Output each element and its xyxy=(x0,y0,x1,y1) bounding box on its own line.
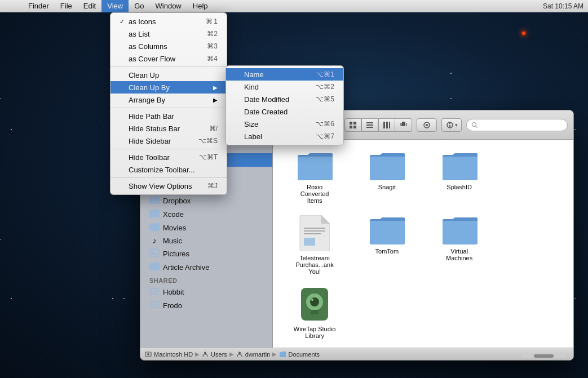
sidebar-label-music: Music xyxy=(163,237,182,245)
virtual-machines-folder-icon xyxy=(441,215,478,246)
sidebar-item-music[interactable]: ♪ Music xyxy=(140,234,272,247)
search-input[interactable] xyxy=(466,119,568,131)
submenu-item-label[interactable]: Label ⌥⌘7 xyxy=(226,130,343,143)
sidebar-label-movies: Movies xyxy=(163,224,186,232)
submenu-item-size[interactable]: Size ⌥⌘6 xyxy=(226,118,343,130)
path-item-users[interactable]: Users xyxy=(202,351,227,358)
splashid-folder-icon xyxy=(441,151,478,181)
sidebar-item-frodo[interactable]: Frodo xyxy=(140,299,272,312)
menubar-edit[interactable]: Edit xyxy=(78,0,101,12)
file-icon-virtual-machines[interactable]: Virtual Machines xyxy=(429,215,490,275)
telestream-doc-icon xyxy=(299,215,330,251)
sidebar-item-movies[interactable]: Movies xyxy=(140,221,272,234)
submenu-item-name[interactable]: Name ⌥⌘1 xyxy=(226,68,343,81)
file-icon-snagit[interactable]: Snagit xyxy=(356,151,417,204)
svg-rect-32 xyxy=(311,310,319,314)
menubar-finder[interactable]: Finder xyxy=(23,0,55,12)
menu-label-arrange-by: Arrange By xyxy=(129,96,165,104)
article-archive-icon xyxy=(149,262,160,272)
menu-item-show-view-options[interactable]: Show View Options ⌘J xyxy=(110,180,227,192)
finder-statusbar: 22 items, 743.74 GB available xyxy=(140,360,573,361)
splashid-label: SplashID xyxy=(446,184,472,190)
sidebar-label-pictures: Pictures xyxy=(163,250,189,258)
menu-label-hide-status-bar: Hide Status Bar xyxy=(129,124,180,133)
svg-rect-26 xyxy=(304,228,325,229)
sidebar-label-hobbit: Hobbit xyxy=(163,288,184,296)
svg-rect-22 xyxy=(150,249,159,256)
menu-item-customize-toolbar[interactable]: Customize Toolbar... xyxy=(110,163,227,176)
svg-point-37 xyxy=(204,352,206,354)
cmd-symbol: ⌘ xyxy=(206,17,213,25)
menu-label-as-list: as List xyxy=(129,30,150,38)
view-icons-button[interactable] xyxy=(344,118,361,132)
quick-look-button[interactable] xyxy=(417,118,437,132)
submenu-item-date-modified[interactable]: Date Modified ⌥⌘5 xyxy=(226,93,343,105)
menu-item-as-list[interactable]: as List ⌘2 xyxy=(110,28,227,40)
hobbit-icon xyxy=(149,287,160,297)
menu-label-as-columns: as Columns xyxy=(129,42,167,51)
svg-rect-25 xyxy=(151,302,158,308)
menu-item-hide-toolbar[interactable]: Hide Toolbar ⌥⌘T xyxy=(110,151,227,163)
xcode-folder-icon xyxy=(149,209,160,219)
action-button[interactable]: ▾ xyxy=(441,118,462,132)
menu-item-arrange-by[interactable]: Arrange By ▶ xyxy=(110,94,227,106)
view-columns-button[interactable] xyxy=(378,118,395,132)
sidebar-item-pictures[interactable]: Pictures xyxy=(140,247,272,260)
separator-3 xyxy=(110,149,227,149)
path-item-hd[interactable]: Macintosh HD xyxy=(145,351,193,358)
menu-item-as-icons[interactable]: ✓ as Icons ⌘1 xyxy=(110,15,227,28)
sidebar-item-hobbit[interactable]: Hobbit xyxy=(140,285,272,299)
svg-point-34 xyxy=(311,299,313,301)
menubar-window[interactable]: Window xyxy=(150,0,187,12)
finder-pathbar: Macintosh HD ▶ Users ▶ dwmartin ▶ Docume… xyxy=(140,348,573,360)
sidebar-item-dropbox[interactable]: Dropbox xyxy=(140,194,272,207)
submenu-item-date-created[interactable]: Date Created xyxy=(226,105,343,118)
menu-label-hide-path-bar: Hide Path Bar xyxy=(129,112,174,121)
path-item-user[interactable]: dwmartin xyxy=(236,351,271,358)
snagit-folder-icon xyxy=(369,151,405,181)
menu-item-clean-up-by[interactable]: Clean Up By ▶ xyxy=(110,81,227,94)
submenu-label-label: Label xyxy=(244,132,262,141)
view-menu-dropdown: ✓ as Icons ⌘1 as List ⌘2 as Columns ⌘3 a… xyxy=(110,12,227,195)
file-icon-splashid[interactable]: SplashID xyxy=(429,151,490,204)
submenu-label-date-modified: Date Modified xyxy=(244,95,289,104)
path-item-documents[interactable]: Documents xyxy=(279,351,320,358)
menu-label-show-view-options: Show View Options xyxy=(129,182,192,190)
menu-item-as-columns[interactable]: as Columns ⌘3 xyxy=(110,40,227,52)
path-sep-3: ▶ xyxy=(272,351,277,357)
file-icon-roxio[interactable]: Roxio Converted Items xyxy=(284,151,345,204)
svg-rect-3 xyxy=(353,126,356,128)
menubar-help[interactable]: Help xyxy=(187,0,214,12)
path-sep-2: ▶ xyxy=(229,351,234,357)
submenu-item-kind[interactable]: Kind ⌥⌘2 xyxy=(226,81,343,93)
shortcut-as-list: ⌘2 xyxy=(207,30,218,38)
sidebar-item-article-archive[interactable]: Article Archive xyxy=(140,260,272,274)
shortcut-date-modified: ⌥⌘5 xyxy=(316,95,334,103)
sidebar-item-xcode[interactable]: Xcode xyxy=(140,207,272,221)
svg-point-18 xyxy=(472,122,476,126)
sidebar-label-frodo: Frodo xyxy=(163,301,182,310)
svg-rect-8 xyxy=(386,122,388,128)
svg-rect-16 xyxy=(449,123,450,124)
file-icon-wiretap[interactable]: WireTap Studio Library xyxy=(284,286,345,339)
menubar-file[interactable]: File xyxy=(55,0,78,12)
menubar-go[interactable]: Go xyxy=(129,0,149,12)
check-icon: ✓ xyxy=(120,18,129,25)
menu-item-hide-path-bar[interactable]: Hide Path Bar xyxy=(110,110,227,122)
svg-rect-12 xyxy=(406,123,407,126)
file-icon-tomtom[interactable]: TomTom xyxy=(356,215,417,275)
menu-item-hide-sidebar[interactable]: Hide Sidebar ⌥⌘S xyxy=(110,135,227,147)
svg-point-33 xyxy=(310,297,319,306)
tomtom-label: TomTom xyxy=(375,248,399,255)
menu-item-hide-status-bar[interactable]: Hide Status Bar ⌘/ xyxy=(110,122,227,135)
view-list-button[interactable] xyxy=(361,118,378,132)
wiretap-app-icon xyxy=(299,286,330,322)
file-icon-telestream[interactable]: Telestream Purchas...ank You! xyxy=(284,215,345,275)
menubar-clock: Sat 10:15 AM xyxy=(543,2,588,10)
menu-item-clean-up[interactable]: Clean Up xyxy=(110,69,227,81)
menu-label-hide-sidebar: Hide Sidebar xyxy=(129,137,171,145)
view-coverflow-button[interactable] xyxy=(395,118,412,132)
menubar-view[interactable]: View xyxy=(101,0,129,12)
dropbox-folder-icon xyxy=(149,195,160,206)
menu-item-as-cover-flow[interactable]: as Cover Flow ⌘4 xyxy=(110,52,227,65)
